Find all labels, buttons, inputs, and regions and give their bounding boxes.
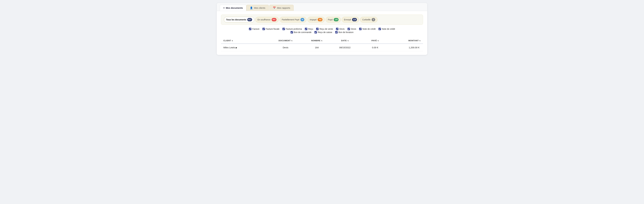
checkbox-item-facture-proforma[interactable]: Facture proforma [282,28,302,30]
table-body: Miles Lewis ▶Devis16408/15/20220.00 €1,2… [221,44,423,51]
col-header-document[interactable]: DOCUMENT⇅ [267,38,304,44]
status-pill-label-en-souffrance: En souffrance [258,18,270,21]
col-label-montant: MONTANT [408,39,419,42]
col-label-document: DOCUMENT [278,39,290,42]
checkbox-item-note-credit2[interactable]: Note de crédit [378,28,395,30]
cell-client: Miles Lewis ▶ [221,44,267,51]
cell-nombre: 164 [304,44,329,51]
checkbox-note-credit2[interactable] [378,28,381,30]
status-pill-impaye[interactable]: Impayé782 [308,17,325,22]
checkbox-label-note-credit2: Note de crédit [382,28,395,30]
tab-icon-mes-rapports: 📅 [273,6,276,9]
status-filters: Tous les documents917En souffrance553Par… [221,14,423,25]
status-pill-paye[interactable]: Payé135 [326,17,341,22]
tab-label-mes-documents: Mes documents [226,6,243,9]
tab-mes-documents[interactable]: ≡Mes documents [220,5,246,11]
cell-montant: 1,200.00 € [390,44,423,51]
table-row[interactable]: Miles Lewis ▶Devis16408/15/20220.00 €1,2… [221,44,423,51]
tab-icon-mes-documents: ≡ [223,6,224,9]
checkbox-label-recu: Reçu [308,28,313,30]
status-pill-label-paye: Payé [328,18,333,21]
checkbox-note-credit1[interactable] [359,28,362,30]
checkbox-item-recu-vente[interactable]: Reçu de vente [316,28,333,30]
col-header-montant[interactable]: MONTANT⇅ [390,38,423,44]
checkbox-label-bon-commande: Bon de commande [294,31,312,33]
status-pill-label-partiellement-paye: Partiellement Payé [282,18,300,21]
checkbox-item-bon-livraison[interactable]: Bon de livraison [335,31,354,33]
checkbox-label-recu-caisse: Reçu de caisse [318,31,332,33]
col-header-date[interactable]: DATE⇅ [329,38,360,44]
checkbox-bon-livraison[interactable] [335,31,338,33]
status-pill-label-impaye: Impayé [310,18,316,21]
checkbox-item-recu-caisse[interactable]: Reçu de caisse [314,31,332,33]
checkbox-label-facture-proforma: Facture proforma [286,28,302,30]
tabs-bar: ≡Mes documents👤Mes clients📅Mes rapports [217,3,427,11]
checkbox-item-recu[interactable]: Reçu [305,28,313,30]
col-label-paye: PAYÉ [372,39,377,42]
status-pill-envoye[interactable]: Envoyé118 [342,17,359,22]
doc-types: FactureFacture fiscaleFacture proformaRe… [221,28,423,33]
checkbox-recu-caisse[interactable] [314,31,317,33]
checkbox-item-note-credit1[interactable]: Note de crédit [359,28,376,30]
checkbox-devis1[interactable] [336,28,338,30]
status-badge-corbeille: 1 [372,18,375,21]
checkbox-devis2[interactable] [348,28,350,30]
status-pill-label-tous: Tous les documents [226,18,246,21]
checkbox-recu-vente[interactable] [316,28,318,30]
checkbox-bon-commande[interactable] [290,31,293,33]
table-header: CLIENT⇅DOCUMENT⇅NOMBRE⇅DATE⇅PAYÉ⇅MONTANT… [221,38,423,44]
col-header-client[interactable]: CLIENT⇅ [221,38,267,44]
col-label-date: DATE [341,39,347,42]
status-badge-envoye: 118 [352,18,357,21]
tab-mes-rapports[interactable]: 📅Mes rapports [270,5,294,11]
col-header-paye[interactable]: PAYÉ⇅ [360,38,390,44]
checkbox-label-devis2: Devis [351,28,356,30]
documents-table: CLIENT⇅DOCUMENT⇅NOMBRE⇅DATE⇅PAYÉ⇅MONTANT… [221,38,423,51]
doc-types-row-2: Bon de commandeReçu de caisseBon de livr… [222,31,422,33]
cell-document: Devis [267,44,304,51]
tab-icon-mes-clients: 👤 [250,6,253,9]
checkbox-label-facture-fiscale: Facture fiscale [266,28,280,30]
checkbox-label-recu-vente: Reçu de vente [320,28,333,30]
checkbox-label-devis1: Devis [339,28,344,30]
checkbox-recu[interactable] [305,28,307,30]
checkbox-item-devis1[interactable]: Devis [336,28,344,30]
checkbox-item-facture[interactable]: Facture [249,28,259,30]
sort-icon-document: ⇅ [291,40,292,42]
checkbox-facture-proforma[interactable] [282,28,285,30]
main-container: ≡Mes documents👤Mes clients📅Mes rapports … [217,3,427,55]
cursor-icon: ▶ [236,46,237,49]
status-badge-partiellement-paye: 30 [300,18,304,21]
tab-label-mes-rapports: Mes rapports [277,6,290,9]
sort-icon-paye: ⇅ [378,40,379,42]
cell-date: 08/15/2022 [329,44,360,51]
sort-icon-client: ⇅ [232,40,233,42]
client-name: Miles Lewis [224,46,235,49]
status-pill-label-corbeille: Corbeille [362,18,370,21]
doc-types-row-1: FactureFacture fiscaleFacture proformaRe… [222,28,422,30]
status-badge-impaye: 782 [318,18,322,21]
tab-label-mes-clients: Mes clients [254,6,265,9]
main-content: Tous les documents917En souffrance553Par… [217,11,427,55]
sort-icon-nombre: ⇅ [321,40,322,42]
checkbox-label-bon-livraison: Bon de livraison [338,31,354,33]
checkbox-label-note-credit1: Note de crédit [362,28,376,30]
checkbox-item-bon-commande[interactable]: Bon de commande [290,31,312,33]
status-badge-tous: 917 [247,18,252,21]
cell-paye: 0.00 € [360,44,390,51]
checkbox-facture-fiscale[interactable] [262,28,265,30]
col-header-nombre[interactable]: NOMBRE⇅ [304,38,329,44]
checkbox-facture[interactable] [249,28,251,30]
status-pill-en-souffrance[interactable]: En souffrance553 [255,17,278,22]
checkbox-item-facture-fiscale[interactable]: Facture fiscale [262,28,280,30]
status-pill-partiellement-paye[interactable]: Partiellement Payé30 [280,17,307,22]
checkbox-item-devis2[interactable]: Devis [348,28,356,30]
status-badge-paye: 135 [334,18,338,21]
tab-mes-clients[interactable]: 👤Mes clients [246,5,269,11]
status-pill-corbeille[interactable]: Corbeille1 [360,17,378,22]
sort-icon-montant: ⇅ [419,40,420,42]
status-pill-tous[interactable]: Tous les documents917 [224,17,254,22]
checkbox-label-facture: Facture [252,28,259,30]
col-label-nombre: NOMBRE [311,39,320,42]
col-label-client: CLIENT [224,39,231,42]
